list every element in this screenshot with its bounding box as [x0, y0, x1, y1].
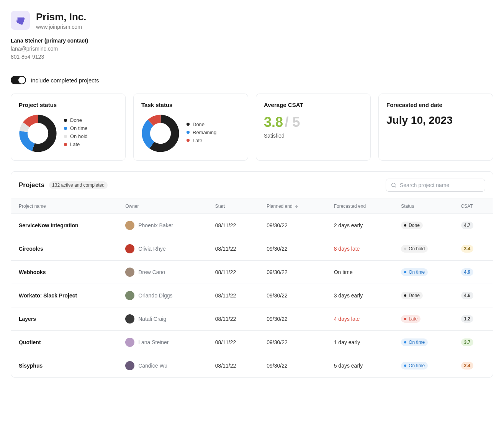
owner-cell: Candice Wu — [118, 354, 208, 378]
forecasted-end-cell: 2 days early — [326, 214, 393, 237]
table-row[interactable]: Workato: Slack Project Orlando Diggs 08/… — [11, 284, 493, 307]
project-status-legend: Done On time On hold Late — [64, 117, 88, 149]
csat-badge: 4.7 — [461, 222, 474, 229]
col-forecasted-end[interactable]: Forecasted end — [326, 199, 393, 214]
csat-cell: 4.6 — [453, 284, 493, 307]
col-planned-end[interactable]: Planned end — [259, 199, 326, 214]
legend-label: Late — [70, 141, 80, 147]
status-cell: On time — [393, 261, 453, 284]
company-url[interactable]: www.joinprism.com — [36, 24, 87, 30]
table-row[interactable]: Sisyphus Candice Wu 08/11/22 09/30/22 5 … — [11, 354, 493, 378]
owner-cell: Phoenix Baker — [118, 214, 208, 237]
col-start[interactable]: Start — [208, 199, 259, 214]
contact-name: Lana Steiner (primary contact) — [11, 37, 493, 45]
toggle-label: Include completed projects — [31, 77, 99, 84]
dot-icon — [404, 224, 406, 227]
project-name-cell: Sisyphus — [11, 354, 118, 378]
status-badge: On hold — [401, 245, 428, 253]
dot-icon — [404, 341, 406, 343]
owner-name: Olivia Rhye — [138, 246, 166, 252]
forecasted-end-cell: 5 days early — [326, 354, 393, 378]
table-row[interactable]: ServiceNow Integration Phoenix Baker 08/… — [11, 214, 493, 237]
col-project-name[interactable]: Project name — [11, 199, 118, 214]
csat-cell: 3.7 — [453, 331, 493, 354]
task-status-donut — [141, 114, 180, 153]
project-name-cell: Webhooks — [11, 261, 118, 284]
legend-label: Done — [193, 122, 205, 127]
avatar — [125, 361, 134, 370]
dot-icon — [64, 127, 67, 130]
csat-cell: 4.9 — [453, 261, 493, 284]
contact-email: lana@prisminc.com — [11, 45, 493, 53]
projects-count-badge: 132 active and completed — [49, 181, 108, 189]
svg-point-7 — [392, 183, 395, 187]
dot-icon — [64, 119, 67, 122]
planned-end-cell: 09/30/22 — [259, 214, 326, 237]
status-badge: Late — [401, 315, 421, 323]
status-badge: On time — [401, 362, 428, 370]
status-cell: On hold — [393, 237, 453, 261]
planned-end-cell: 09/30/22 — [259, 237, 326, 261]
planned-end-cell: 09/30/22 — [259, 284, 326, 307]
owner-name: Lana Steiner — [138, 339, 169, 345]
dot-icon — [404, 248, 406, 250]
owner-name: Natali Craig — [138, 316, 166, 322]
company-logo — [11, 11, 30, 30]
avatar — [125, 338, 134, 347]
dot-icon — [187, 123, 190, 126]
csat-badge: 3.4 — [461, 245, 474, 253]
csat-badge: 2.4 — [461, 362, 474, 370]
table-row[interactable]: Circooles Olivia Rhye 08/11/22 09/30/22 … — [11, 237, 493, 261]
csat-badge: 3.7 — [461, 338, 474, 346]
start-cell: 08/11/22 — [208, 237, 259, 261]
card-title: Forecasted end date — [386, 102, 485, 108]
table-row[interactable]: Webhooks Drew Cano 08/11/22 09/30/22 On … — [11, 261, 493, 284]
svg-line-8 — [395, 186, 396, 187]
card-title: Task status — [141, 102, 240, 108]
status-cell: Late — [393, 307, 453, 331]
status-cell: On time — [393, 354, 453, 378]
legend-label: Done — [70, 117, 82, 123]
col-owner[interactable]: Owner — [118, 199, 208, 214]
forecasted-end-cell: 8 days late — [326, 237, 393, 261]
search-icon — [391, 182, 397, 188]
csat-value: 3.8 — [264, 114, 283, 130]
prism-icon — [15, 15, 25, 25]
planned-end-cell: 09/30/22 — [259, 261, 326, 284]
forecasted-end-cell: 4 days late — [326, 307, 393, 331]
search-box[interactable] — [386, 179, 485, 192]
legend-label: On hold — [70, 133, 88, 139]
project-name-cell: Quotient — [11, 331, 118, 354]
col-status[interactable]: Status — [393, 199, 453, 214]
card-title: Project status — [19, 102, 118, 108]
projects-panel: Projects 132 active and completed Projec… — [11, 171, 493, 378]
start-cell: 08/11/22 — [208, 261, 259, 284]
forecasted-end-cell: On time — [326, 261, 393, 284]
status-cell: On time — [393, 331, 453, 354]
project-name-cell: Circooles — [11, 237, 118, 261]
search-input[interactable] — [400, 182, 480, 188]
toggle-knob — [18, 77, 25, 84]
arrow-down-icon — [294, 204, 299, 209]
status-badge: Done — [401, 222, 423, 229]
table-row[interactable]: Layers Natali Craig 08/11/22 09/30/22 4 … — [11, 307, 493, 331]
owner-cell: Drew Cano — [118, 261, 208, 284]
avatar — [125, 221, 134, 230]
csat-cell: 4.7 — [453, 214, 493, 237]
table-row[interactable]: Quotient Lana Steiner 08/11/22 09/30/22 … — [11, 331, 493, 354]
divider — [11, 68, 493, 68]
start-cell: 08/11/22 — [208, 331, 259, 354]
csat-card: Average CSAT 3.8 / 5 Satisfied — [256, 94, 371, 161]
primary-contact: Lana Steiner (primary contact) lana@pris… — [11, 37, 493, 61]
contact-phone: 801-854-9123 — [11, 53, 493, 61]
dot-icon — [404, 365, 406, 367]
projects-title: Projects — [19, 181, 44, 189]
project-name-cell: ServiceNow Integration — [11, 214, 118, 237]
start-cell: 08/11/22 — [208, 214, 259, 237]
card-title: Average CSAT — [264, 102, 363, 108]
csat-badge: 1.2 — [461, 315, 474, 323]
col-csat[interactable]: CSAT — [453, 199, 493, 214]
owner-cell: Natali Craig — [118, 307, 208, 331]
include-completed-toggle[interactable] — [11, 76, 26, 84]
avatar — [125, 291, 134, 300]
